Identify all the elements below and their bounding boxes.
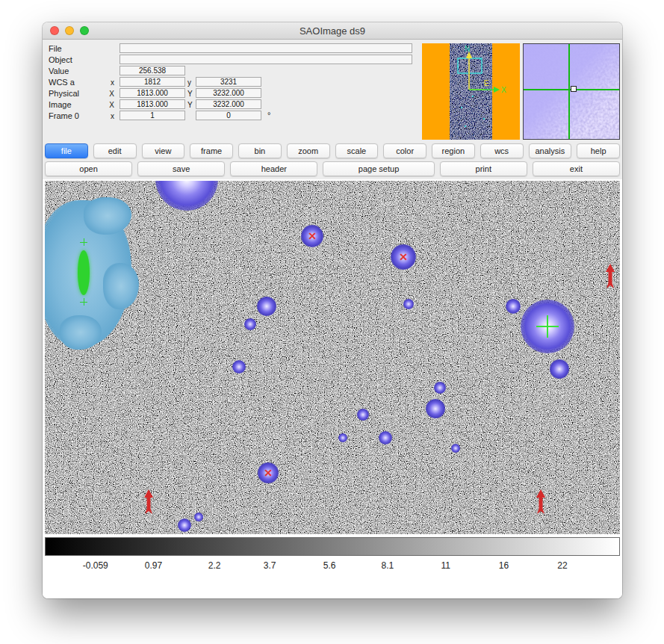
arrow-region-marker[interactable] <box>536 489 546 515</box>
x-region-marker[interactable]: ✕ <box>399 252 408 262</box>
degree-symbol: ° <box>267 111 270 120</box>
image-x-label: X <box>101 101 114 109</box>
menu-wcs[interactable]: wcs <box>480 143 524 158</box>
menu-scale[interactable]: scale <box>335 143 379 158</box>
image-x-field[interactable] <box>120 99 185 109</box>
physical-label: Physical <box>49 89 79 98</box>
star-blob <box>506 299 521 314</box>
image-label: Image <box>49 100 72 109</box>
file-field[interactable] <box>120 43 412 53</box>
object-label: Object <box>49 55 72 64</box>
crosshair-region-marker[interactable] <box>536 315 559 338</box>
menu-frame[interactable]: frame <box>190 143 233 158</box>
magnifier-widget[interactable] <box>523 43 620 140</box>
star-blob <box>434 382 446 394</box>
traffic-lights <box>50 26 89 35</box>
menu-bin[interactable]: bin <box>238 143 282 158</box>
colorbar-tick: -0.059 <box>83 560 108 571</box>
ds9-window: SAOImage ds9 File Object Value WCS a x y… <box>43 22 622 598</box>
star-blob <box>194 513 203 521</box>
star-blob <box>379 431 392 445</box>
title-bar[interactable]: SAOImage ds9 <box>43 22 622 40</box>
star-blob <box>244 318 256 330</box>
zoom-button[interactable] <box>80 26 89 35</box>
physical-x-field[interactable] <box>120 88 185 98</box>
physical-y-field[interactable] <box>196 88 261 98</box>
menu-view[interactable]: view <box>142 143 185 158</box>
compass-x-label: X <box>501 86 506 94</box>
minimize-button[interactable] <box>65 26 74 35</box>
magnifier-cursor-pixel <box>571 86 577 92</box>
x-region-marker[interactable]: ✕ <box>308 231 317 241</box>
panner-viewbox-icon <box>458 58 482 73</box>
colorbar-tick: 2.2 <box>208 560 221 571</box>
save-button[interactable]: save <box>137 161 225 176</box>
ellipse-region-marker[interactable] <box>78 250 90 295</box>
file-label: File <box>49 44 62 53</box>
star-blob <box>232 360 246 374</box>
point-region-marker-icon[interactable] <box>80 298 87 306</box>
x-region-marker[interactable]: ✕ <box>264 468 273 478</box>
image-y-field[interactable] <box>196 99 261 109</box>
window-content: File Object Value WCS a x y Physical X Y… <box>43 40 622 598</box>
panner-widget[interactable]: N E X <box>422 43 520 140</box>
star-blob <box>357 409 369 421</box>
object-field[interactable] <box>120 55 412 64</box>
window-title: SAOImage ds9 <box>300 25 365 37</box>
page-setup-button[interactable]: page setup <box>323 161 434 176</box>
star-blob <box>178 518 191 532</box>
menu-color[interactable]: color <box>383 143 426 158</box>
panner-compass: N E X <box>422 43 520 140</box>
star-blob <box>338 433 347 442</box>
wcs-x-label: x <box>101 78 114 87</box>
colorbar-tick: 0.97 <box>145 560 162 571</box>
colorbar-tick: 11 <box>441 560 450 571</box>
wcs-y-field[interactable] <box>196 77 261 87</box>
compass-north-label: N <box>465 45 470 53</box>
compass-east-label: E <box>484 79 489 87</box>
exit-button[interactable]: exit <box>533 161 620 176</box>
frame-x-label: x <box>101 112 114 120</box>
menu-bar: file edit view frame bin zoom scale colo… <box>45 143 620 158</box>
magnifier-crosshair-vertical-icon <box>568 44 570 139</box>
frame-angle-field[interactable] <box>196 111 261 120</box>
colorbar-tick: 22 <box>557 560 567 571</box>
arrow-region-marker[interactable] <box>605 264 615 289</box>
star-blob <box>550 359 569 379</box>
wcs-label: WCS a <box>49 78 75 87</box>
colorbar-tick: 16 <box>499 560 509 571</box>
menu-zoom[interactable]: zoom <box>287 143 330 158</box>
star-blob <box>403 299 414 309</box>
compass-x-arrowhead-icon <box>494 87 500 93</box>
colorbar-tick: 3.7 <box>264 560 276 571</box>
colorbar-ticks: -0.059 0.97 2.2 3.7 5.6 8.1 11 16 22 <box>45 560 620 572</box>
print-button[interactable]: print <box>440 161 527 176</box>
star-blob <box>426 399 445 418</box>
frame-x-field[interactable] <box>120 111 185 120</box>
point-region-marker-icon[interactable] <box>80 238 87 246</box>
value-field[interactable] <box>120 66 185 75</box>
sky-noise <box>45 181 620 534</box>
header-button[interactable]: header <box>230 161 317 176</box>
image-canvas[interactable]: ✕ ✕ ✕ <box>45 181 620 534</box>
menu-help[interactable]: help <box>577 143 620 158</box>
close-button[interactable] <box>50 26 59 35</box>
colorbar[interactable] <box>45 537 620 556</box>
open-button[interactable]: open <box>45 161 132 176</box>
colorbar-tick: 8.1 <box>382 560 394 571</box>
colorbar-tick: 5.6 <box>323 560 336 571</box>
arrow-region-marker[interactable] <box>143 489 154 515</box>
menu-edit[interactable]: edit <box>93 143 137 158</box>
physical-x-label: X <box>101 90 114 98</box>
frame-label: Frame 0 <box>49 111 79 120</box>
menu-file[interactable]: file <box>45 143 88 158</box>
wcs-x-field[interactable] <box>120 77 185 87</box>
value-label: Value <box>49 66 69 75</box>
menu-analysis[interactable]: analysis <box>529 143 572 158</box>
file-action-bar: open save header page setup print exit <box>45 161 620 176</box>
menu-region[interactable]: region <box>432 143 475 158</box>
star-blob <box>451 444 460 453</box>
star-blob <box>257 297 276 316</box>
